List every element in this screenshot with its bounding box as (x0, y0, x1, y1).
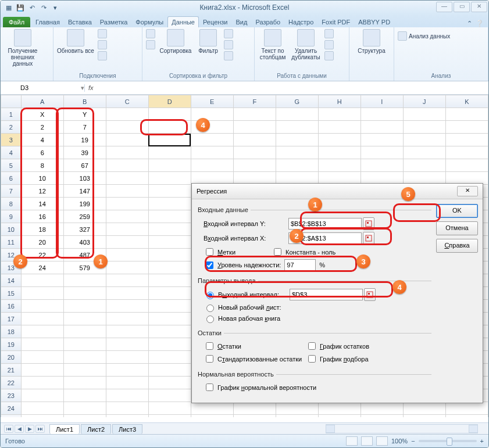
new-sheet-radio[interactable] (206, 304, 214, 312)
row-header-8[interactable]: 8 (1, 198, 22, 210)
text-to-columns-button[interactable]: Текст по столбцам (258, 29, 287, 60)
cell-B10[interactable]: 327 (63, 223, 106, 236)
cell-B8[interactable]: 199 (63, 198, 106, 210)
cell-B9[interactable]: 259 (63, 210, 106, 223)
cell-B20[interactable] (63, 351, 106, 364)
cell-A11[interactable]: 20 (21, 236, 63, 249)
tab-abbyy pd[interactable]: ABBYY PD (354, 16, 394, 27)
cell-E1[interactable] (191, 108, 233, 121)
sort-az-button[interactable] (146, 29, 155, 38)
new-book-radio[interactable] (206, 316, 214, 323)
cell-E3[interactable] (191, 134, 233, 146)
cell-B18[interactable] (63, 325, 106, 338)
col-header-B[interactable]: B (63, 95, 106, 108)
close-button[interactable]: ✕ (471, 2, 487, 12)
tab-надстро[interactable]: Надстро (284, 16, 317, 27)
cell-D11[interactable] (148, 236, 191, 249)
cell-C11[interactable] (106, 236, 148, 249)
tab-разметка[interactable]: Разметка (96, 16, 132, 27)
dialog-close-button[interactable]: ✕ (457, 186, 478, 196)
cell-I2[interactable] (360, 121, 403, 134)
row-header-15[interactable]: 15 (1, 287, 22, 300)
cell-A7[interactable]: 12 (21, 185, 63, 198)
zoom-slider[interactable] (419, 440, 477, 442)
cell-F2[interactable] (233, 121, 276, 134)
cell-A8[interactable]: 14 (21, 198, 63, 210)
cell-C1[interactable] (106, 108, 148, 121)
output-range-field[interactable] (290, 289, 363, 300)
cell-B14[interactable] (63, 274, 106, 287)
tab-главная[interactable]: Главная (31, 16, 64, 27)
cell-D3[interactable] (148, 134, 191, 146)
cell-J24[interactable] (403, 402, 445, 415)
tab-разрабо[interactable]: Разрабо (251, 16, 284, 27)
cell-K1[interactable] (445, 108, 488, 121)
cell-C25[interactable] (106, 415, 148, 418)
cell-A10[interactable]: 18 (21, 223, 63, 236)
cell-A25[interactable] (21, 415, 63, 418)
cell-D13[interactable] (148, 261, 191, 274)
cell-B2[interactable]: 7 (63, 121, 106, 134)
cell-E25[interactable] (191, 415, 233, 418)
cell-C10[interactable] (106, 223, 148, 236)
cell-I1[interactable] (360, 108, 403, 121)
cell-J25[interactable] (403, 415, 445, 418)
cancel-button[interactable]: Отмена (436, 221, 478, 235)
row-header-4[interactable]: 4 (1, 146, 22, 159)
cell-C22[interactable] (106, 377, 148, 389)
cell-A23[interactable] (21, 389, 63, 402)
cell-D4[interactable] (148, 146, 191, 159)
cell-A5[interactable]: 8 (21, 159, 63, 172)
cell-H3[interactable] (318, 134, 360, 146)
col-header-E[interactable]: E (191, 95, 233, 108)
row-header-18[interactable]: 18 (1, 325, 22, 338)
cell-C15[interactable] (106, 287, 148, 300)
cell-D5[interactable] (148, 159, 191, 172)
cell-D15[interactable] (148, 287, 191, 300)
row-header-19[interactable]: 19 (1, 338, 22, 351)
data-analysis-button[interactable]: Анализ данных (398, 31, 450, 41)
const-zero-checkbox[interactable] (274, 248, 281, 256)
cell-I24[interactable] (360, 402, 403, 415)
zoom-out-button[interactable]: − (411, 438, 415, 445)
sort-button[interactable]: Сортировка (159, 29, 192, 54)
cell-B7[interactable]: 147 (63, 185, 106, 198)
cell-C17[interactable] (106, 313, 148, 325)
row-header-14[interactable]: 14 (1, 274, 22, 287)
row-header-9[interactable]: 9 (1, 210, 22, 223)
cell-F3[interactable] (233, 134, 276, 146)
cell-G25[interactable] (276, 415, 318, 418)
cell-D10[interactable] (148, 223, 191, 236)
cell-A14[interactable] (21, 274, 63, 287)
outline-button[interactable]: Структура (353, 29, 390, 54)
remove-duplicates-button[interactable]: Удалить дубликаты (291, 29, 321, 60)
cell-C16[interactable] (106, 300, 148, 313)
cell-I25[interactable] (360, 415, 403, 418)
tab-foxit pdf[interactable]: Foxit PDF (317, 16, 354, 27)
cell-C7[interactable] (106, 185, 148, 198)
row-header-1[interactable]: 1 (1, 108, 22, 121)
residuals-checkbox[interactable] (206, 342, 213, 350)
row-header-7[interactable]: 7 (1, 185, 22, 198)
cell-D6[interactable] (148, 172, 191, 185)
maximize-button[interactable]: ▭ (454, 2, 470, 12)
cell-B3[interactable]: 19 (63, 134, 106, 146)
cell-B4[interactable]: 39 (63, 146, 106, 159)
cell-A20[interactable] (21, 351, 63, 364)
col-header-C[interactable]: C (106, 95, 148, 108)
cell-A24[interactable] (21, 402, 63, 415)
help-icon[interactable]: ❔ (476, 20, 484, 27)
cell-C21[interactable] (106, 364, 148, 377)
col-header-H[interactable]: H (318, 95, 360, 108)
cell-K5[interactable] (445, 159, 488, 172)
row-header-5[interactable]: 5 (1, 159, 22, 172)
col-header-A[interactable]: A (21, 95, 63, 108)
col-header-G[interactable]: G (276, 95, 318, 108)
cell-D9[interactable] (148, 210, 191, 223)
cell-D8[interactable] (148, 198, 191, 210)
cell-B24[interactable] (63, 402, 106, 415)
ref-select-icon[interactable] (364, 288, 376, 301)
cell-J3[interactable] (403, 134, 445, 146)
row-header-23[interactable]: 23 (1, 389, 22, 402)
cell-A9[interactable]: 16 (21, 210, 63, 223)
